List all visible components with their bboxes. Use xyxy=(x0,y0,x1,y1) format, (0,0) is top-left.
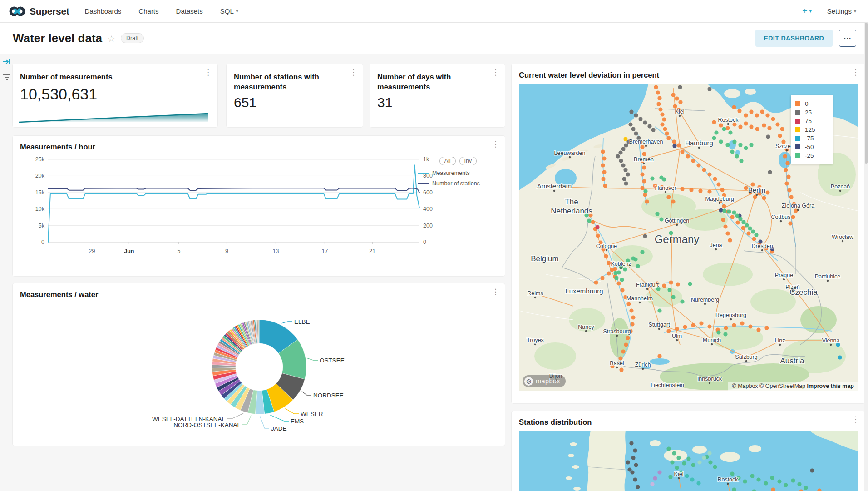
expand-filter-bar-icon[interactable] xyxy=(3,58,12,67)
legend-entry[interactable]: -75 xyxy=(795,134,828,143)
legend-item-measurements[interactable]: Measurements xyxy=(418,170,498,176)
svg-text:Luxembourg: Luxembourg xyxy=(565,287,603,295)
map-attribution[interactable]: © Mapbox © OpenStreetMap Improve this ma… xyxy=(728,382,858,391)
card-menu-icon[interactable]: ⋮ xyxy=(492,140,499,149)
page-scrollbar[interactable] xyxy=(864,23,868,491)
chart-title: Current water level deviation in percent xyxy=(519,71,858,79)
svg-text:Troyes: Troyes xyxy=(527,337,544,343)
mapbox-icon: ◎ xyxy=(524,377,533,386)
nav-item-sql[interactable]: SQL▾ xyxy=(220,7,238,15)
svg-text:Strasbourg: Strasbourg xyxy=(603,328,631,335)
legend-label: -25 xyxy=(805,152,814,159)
scrollbar-thumb[interactable] xyxy=(865,23,868,164)
stations-distribution-card: Stations distribution ⋮ xyxy=(512,411,865,491)
svg-text:NORDSEE: NORDSEE xyxy=(313,392,344,399)
trendline-sparkline xyxy=(18,109,209,124)
legend-entry[interactable]: 25 xyxy=(795,108,828,117)
deviation-map-card: Current water level deviation in percent… xyxy=(512,64,865,403)
svg-text:21: 21 xyxy=(369,248,375,254)
stations-map[interactable]: KielRostockBremerhaven xyxy=(519,431,858,491)
svg-text:Reims: Reims xyxy=(527,290,543,297)
card-menu-icon[interactable]: ⋮ xyxy=(492,288,499,296)
legend-color-swatch xyxy=(795,153,800,158)
legend-item-stations[interactable]: Number of stations xyxy=(418,180,498,187)
svg-text:Rostock: Rostock xyxy=(717,476,738,483)
brand-name: Superset xyxy=(30,6,69,17)
kpi-value: 31 xyxy=(377,95,498,110)
legend-label: -50 xyxy=(805,144,814,150)
legend-entry[interactable]: 0 xyxy=(795,99,828,108)
edit-dashboard-button[interactable]: EDIT DASHBOARD xyxy=(755,30,833,47)
settings-menu[interactable]: Settings▾ xyxy=(827,7,856,15)
card-menu-icon[interactable]: ⋮ xyxy=(852,69,859,77)
card-menu-icon[interactable]: ⋮ xyxy=(204,69,212,77)
legend-entry[interactable]: -50 xyxy=(795,143,828,151)
svg-text:0: 0 xyxy=(41,239,44,245)
legend-label: 75 xyxy=(805,118,812,124)
card-menu-icon[interactable]: ⋮ xyxy=(852,416,859,424)
svg-text:Munich: Munich xyxy=(703,337,721,343)
svg-text:Prague: Prague xyxy=(775,272,793,278)
svg-text:200: 200 xyxy=(423,223,433,229)
svg-text:15k: 15k xyxy=(35,189,45,196)
svg-text:Magdeburg: Magdeburg xyxy=(705,196,734,202)
svg-text:OSTSEE: OSTSEE xyxy=(320,357,345,364)
svg-text:Hanover: Hanover xyxy=(655,185,676,191)
card-menu-icon[interactable]: ⋮ xyxy=(492,69,499,77)
legend-pill-all[interactable]: All xyxy=(439,157,456,165)
legend-entry[interactable]: -25 xyxy=(795,151,828,160)
svg-text:Kiel: Kiel xyxy=(675,109,685,115)
svg-text:Nuremberg: Nuremberg xyxy=(691,297,720,303)
svg-text:Koblenz: Koblenz xyxy=(611,261,631,267)
legend-pill-inv[interactable]: Inv xyxy=(459,157,477,165)
svg-text:Vienna: Vienna xyxy=(822,337,840,344)
svg-text:Poznań: Poznań xyxy=(831,184,850,190)
nav-item-charts[interactable]: Charts xyxy=(138,7,158,15)
dashboard-header: Water level data ☆ Draft EDIT DASHBOARD … xyxy=(0,23,868,54)
new-item-button[interactable]: +▾ xyxy=(802,6,812,16)
svg-text:20k: 20k xyxy=(35,173,45,179)
svg-text:WESEL-DATTELN-KANAL: WESEL-DATTELN-KANAL xyxy=(152,416,226,422)
chart-title: Measurements / hour xyxy=(20,143,498,151)
svg-text:Göttingen: Göttingen xyxy=(665,218,689,224)
legend-label: -75 xyxy=(805,135,814,142)
filter-icon[interactable] xyxy=(3,74,12,83)
svg-text:17: 17 xyxy=(321,248,328,254)
chart-title: Stations distribution xyxy=(519,418,858,427)
svg-text:Kiel: Kiel xyxy=(674,471,684,477)
nav-item-datasets[interactable]: Datasets xyxy=(176,7,203,15)
deviation-map[interactable]: LeeuwardenAmsterdamTheNetherlandsBelgium… xyxy=(519,84,858,391)
kpi-title: Number of stations with measurements xyxy=(234,72,355,92)
card-menu-icon[interactable]: ⋮ xyxy=(350,69,357,77)
svg-text:Frankfurt: Frankfurt xyxy=(636,282,659,288)
svg-text:9: 9 xyxy=(225,248,228,254)
status-badge: Draft xyxy=(121,33,144,43)
legend-entry[interactable]: 75 xyxy=(795,117,828,125)
legend-color-swatch xyxy=(795,101,800,106)
mapbox-logo[interactable]: ◎ mapbox xyxy=(523,375,566,387)
superset-logo[interactable]: Superset xyxy=(9,5,69,17)
svg-text:Austria: Austria xyxy=(780,357,804,365)
svg-text:ELBE: ELBE xyxy=(294,318,310,325)
nav-item-dashboards[interactable]: Dashboards xyxy=(84,7,121,15)
improve-map-link: Improve this map xyxy=(807,383,854,389)
donut-chart[interactable]: ELBEOSTSEENORDSEEWESEREMSJADENORD-OSTSEE… xyxy=(20,299,498,435)
svg-text:Zielona Góra: Zielona Góra xyxy=(782,203,814,209)
favorite-star-icon[interactable]: ☆ xyxy=(108,34,115,44)
legend-entry[interactable]: 125 xyxy=(795,125,828,134)
svg-text:25k: 25k xyxy=(35,156,45,163)
legend-color-swatch xyxy=(795,136,800,141)
svg-text:5: 5 xyxy=(177,248,180,254)
chevron-down-icon: ▾ xyxy=(236,9,238,14)
top-navbar: Superset Dashboards Charts Datasets SQL▾… xyxy=(0,0,868,23)
svg-text:Bremerhaven: Bremerhaven xyxy=(629,139,663,145)
chart-legend: All Inv Measurements Number of stations xyxy=(418,157,498,191)
svg-text:0: 0 xyxy=(423,239,426,245)
svg-text:Amsterdam: Amsterdam xyxy=(537,182,572,190)
svg-text:NORD-OSTSEE-KANAL: NORD-OSTSEE-KANAL xyxy=(173,422,241,428)
kpi-title: Number of days with measurements xyxy=(377,72,498,92)
svg-text:Dresden: Dresden xyxy=(751,243,773,249)
svg-text:JADE: JADE xyxy=(271,425,287,432)
svg-text:Germany: Germany xyxy=(655,233,700,245)
more-options-button[interactable]: ··· xyxy=(839,30,856,47)
